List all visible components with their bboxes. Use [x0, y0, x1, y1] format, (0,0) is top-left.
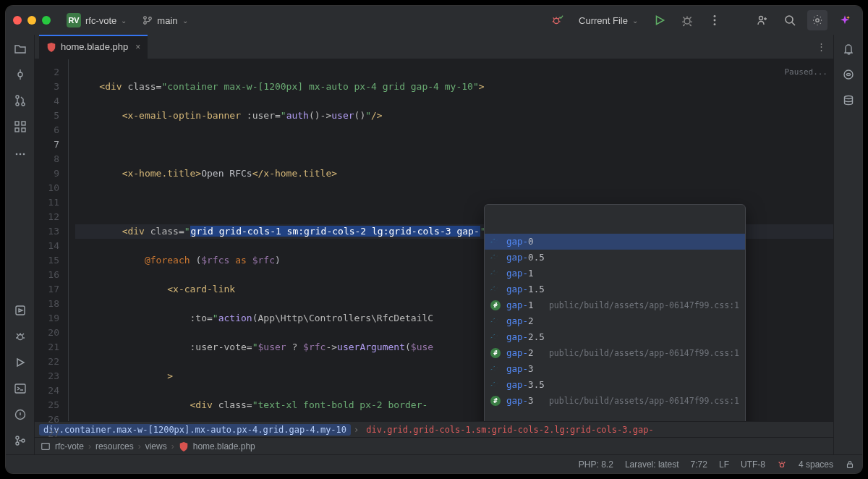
left-tool-rail: [6, 35, 35, 454]
paused-indicator: Paused...: [784, 65, 827, 80]
commit-tool-icon[interactable]: [12, 67, 28, 82]
maximize-window-icon[interactable]: [42, 16, 51, 25]
autocomplete-list[interactable]: gap-0gap-0.5gap-1gap-1.5#gap-1public/bui…: [485, 234, 745, 409]
autocomplete-item[interactable]: gap-1: [485, 266, 745, 281]
tailwind-icon: [490, 253, 501, 263]
autocomplete-item[interactable]: #gap-1public/build/assets/app-06147f99.c…: [485, 297, 745, 313]
autocomplete-item[interactable]: gap-3.5: [485, 377, 745, 393]
chevron-down-icon: ⌄: [632, 17, 638, 25]
autocomplete-item[interactable]: gap-2.5: [485, 329, 745, 345]
run-tool-icon[interactable]: [12, 355, 28, 370]
tab-home-blade[interactable]: home.blade.php ×: [39, 35, 148, 59]
vcs-tool-icon[interactable]: [12, 433, 28, 449]
bug-check-icon[interactable]: [547, 10, 567, 30]
ai-assistant-icon[interactable]: [841, 67, 856, 82]
autocomplete-popup: gap-0gap-0.5gap-1gap-1.5#gap-1public/bui…: [484, 204, 746, 421]
run-config-selector[interactable]: Current File ⌄: [574, 12, 642, 29]
tailwind-icon: [490, 380, 501, 390]
autocomplete-item[interactable]: gap-2: [485, 313, 745, 329]
svg-point-32: [780, 463, 783, 467]
window-controls: [13, 16, 51, 25]
line-gutter: 2345678910111213141516171819202122232425…: [35, 59, 65, 421]
pull-requests-icon[interactable]: [12, 93, 28, 109]
tab-label: home.blade.php: [61, 41, 128, 52]
status-bug-icon[interactable]: [777, 459, 787, 470]
status-indent[interactable]: 4 spaces: [799, 459, 833, 470]
terminal-tool-icon[interactable]: [12, 381, 28, 397]
notifications-icon[interactable]: [841, 41, 856, 56]
svg-point-13: [16, 103, 19, 106]
blade-file-icon: [179, 441, 189, 452]
html-breadcrumb[interactable]: div.container.max-w-[1200px].mx-auto.px-…: [35, 421, 833, 437]
nav-item[interactable]: home.blade.php: [193, 441, 255, 452]
close-tab-icon[interactable]: ×: [135, 42, 140, 52]
css-class-icon: #: [490, 300, 501, 310]
code-editor[interactable]: 2345678910111213141516171819202122232425…: [35, 59, 833, 421]
css-class-icon: #: [490, 348, 501, 358]
autocomplete-item[interactable]: gap-0.5: [485, 250, 745, 266]
debug-tool-icon[interactable]: [12, 328, 28, 344]
svg-rect-33: [848, 464, 853, 467]
svg-point-23: [17, 335, 22, 340]
nav-item[interactable]: rfc-vote: [55, 441, 84, 452]
nav-breadcrumb[interactable]: rfc-vote› resources› views› home.blade.p…: [35, 437, 833, 454]
css-class-icon: #: [490, 396, 501, 406]
svg-point-8: [760, 17, 763, 20]
svg-point-31: [844, 96, 852, 99]
svg-point-28: [22, 439, 25, 442]
tailwind-icon: [490, 332, 501, 342]
status-encoding[interactable]: UTF-8: [741, 459, 765, 470]
status-caret-pos[interactable]: 7:72: [691, 459, 707, 470]
status-php[interactable]: PHP: 8.2: [579, 459, 613, 470]
svg-rect-16: [22, 122, 25, 125]
status-line-sep[interactable]: LF: [719, 459, 729, 470]
nav-item[interactable]: views: [145, 441, 167, 452]
right-tool-rail: [833, 35, 862, 454]
tabs-more-icon[interactable]: ⋮: [809, 35, 833, 59]
svg-point-6: [714, 20, 716, 22]
svg-point-11: [18, 72, 22, 77]
database-icon[interactable]: [841, 93, 856, 109]
structure-tool-icon[interactable]: [12, 119, 28, 135]
autocomplete-item[interactable]: gap-3: [485, 361, 745, 377]
crumb-current[interactable]: div.grid.grid-cols-1.sm:grid-cols-2.lg:g…: [362, 424, 658, 436]
svg-point-12: [16, 96, 19, 98]
svg-point-2: [149, 17, 152, 20]
problems-tool-icon[interactable]: [12, 407, 28, 423]
svg-rect-29: [42, 443, 50, 449]
nav-item[interactable]: resources: [95, 441, 134, 452]
chevron-down-icon: ⌄: [121, 17, 127, 25]
autocomplete-item[interactable]: gap-1.5: [485, 281, 745, 297]
branch-selector[interactable]: main ⌄: [138, 12, 192, 29]
autocomplete-item[interactable]: gap-0: [485, 234, 745, 250]
project-tool-icon[interactable]: [12, 41, 28, 56]
more-icon[interactable]: [705, 10, 725, 30]
more-tool-icon[interactable]: [12, 146, 28, 162]
settings-icon[interactable]: [807, 10, 827, 30]
close-window-icon[interactable]: [13, 16, 22, 25]
run-icon[interactable]: [650, 10, 670, 30]
debug-icon[interactable]: [677, 10, 697, 30]
svg-point-14: [22, 103, 25, 106]
crumb-parent[interactable]: div.container.max-w-[1200px].mx-auto.px-…: [39, 424, 351, 436]
chevron-down-icon: ⌄: [182, 17, 188, 25]
autocomplete-item[interactable]: #gap-2public/build/assets/app-06147f99.c…: [485, 345, 745, 361]
titlebar: RV rfc-vote ⌄ main ⌄ Current File ⌄: [6, 6, 862, 35]
search-icon[interactable]: [780, 10, 800, 30]
autocomplete-item[interactable]: #gap-3public/build/assets/app-06147f99.c…: [485, 393, 745, 409]
code-with-me-icon[interactable]: [752, 10, 773, 30]
minimize-window-icon[interactable]: [27, 16, 36, 25]
project-selector[interactable]: RV rfc-vote ⌄: [62, 10, 131, 30]
services-tool-icon[interactable]: [12, 302, 28, 318]
svg-rect-15: [15, 122, 19, 125]
status-laravel[interactable]: Laravel: latest: [625, 459, 679, 470]
code-area[interactable]: <div class="container max-w-[1200px] mx-…: [75, 59, 833, 421]
branch-icon: [142, 15, 153, 25]
svg-point-7: [714, 23, 716, 25]
copilot-icon[interactable]: [835, 10, 855, 30]
status-readonly-icon[interactable]: [845, 459, 855, 470]
svg-point-1: [144, 22, 147, 25]
svg-point-30: [844, 70, 853, 79]
svg-point-10: [816, 19, 819, 22]
tailwind-icon: [490, 268, 501, 279]
